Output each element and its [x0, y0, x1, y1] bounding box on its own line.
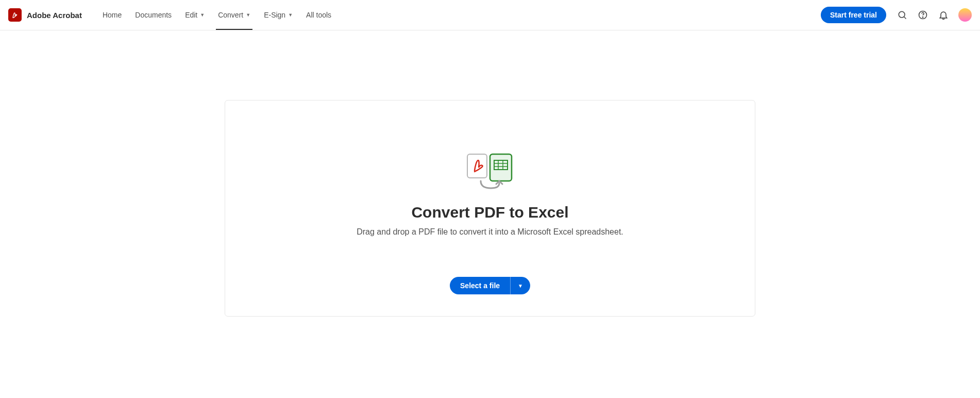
svg-point-0 — [899, 11, 905, 18]
chevron-down-icon: ▼ — [288, 12, 293, 18]
svg-line-1 — [904, 17, 906, 19]
header-actions — [897, 8, 972, 22]
help-icon[interactable] — [917, 9, 928, 21]
nav-esign-label: E-Sign — [264, 11, 285, 19]
avatar[interactable] — [958, 8, 972, 22]
svg-point-3 — [922, 17, 923, 18]
svg-rect-4 — [467, 154, 487, 178]
nav-all-tools[interactable]: All tools — [306, 0, 331, 30]
nav-home-label: Home — [103, 11, 122, 19]
nav-home[interactable]: Home — [103, 0, 122, 30]
brand-name: Adobe Acrobat — [27, 11, 82, 20]
nav-edit[interactable]: Edit ▼ — [185, 0, 205, 30]
select-file-button[interactable]: Select a file — [450, 277, 510, 294]
nav-documents[interactable]: Documents — [135, 0, 172, 30]
chevron-down-icon: ▼ — [246, 12, 250, 18]
nav-edit-label: Edit — [185, 11, 197, 19]
chevron-down-icon: ▼ — [200, 12, 205, 18]
nav-convert-label: Convert — [218, 11, 243, 19]
nav-esign[interactable]: E-Sign ▼ — [264, 0, 293, 30]
nav-alltools-label: All tools — [306, 11, 331, 19]
page-subtitle: Drag and drop a PDF file to convert it i… — [357, 227, 623, 237]
search-icon[interactable] — [897, 9, 908, 21]
brand[interactable]: Adobe Acrobat — [8, 8, 82, 22]
acrobat-logo-icon — [8, 8, 22, 22]
dropzone-card[interactable]: Convert PDF to Excel Drag and drop a PDF… — [225, 100, 755, 317]
chevron-down-icon: ▼ — [518, 283, 523, 289]
header: Adobe Acrobat Home Documents Edit ▼ Conv… — [0, 0, 980, 30]
pdf-to-excel-icon — [465, 152, 515, 194]
svg-rect-5 — [490, 154, 512, 181]
nav-convert[interactable]: Convert ▼ — [218, 0, 250, 30]
select-file-dropdown-button[interactable]: ▼ — [510, 277, 530, 294]
nav-documents-label: Documents — [135, 11, 172, 19]
notifications-icon[interactable] — [938, 9, 949, 21]
select-file-group: Select a file ▼ — [450, 277, 530, 294]
main-nav: Home Documents Edit ▼ Convert ▼ E-Sign ▼… — [103, 0, 331, 30]
main-content: Convert PDF to Excel Drag and drop a PDF… — [0, 30, 980, 317]
start-trial-button[interactable]: Start free trial — [821, 7, 886, 23]
page-title: Convert PDF to Excel — [411, 204, 568, 221]
